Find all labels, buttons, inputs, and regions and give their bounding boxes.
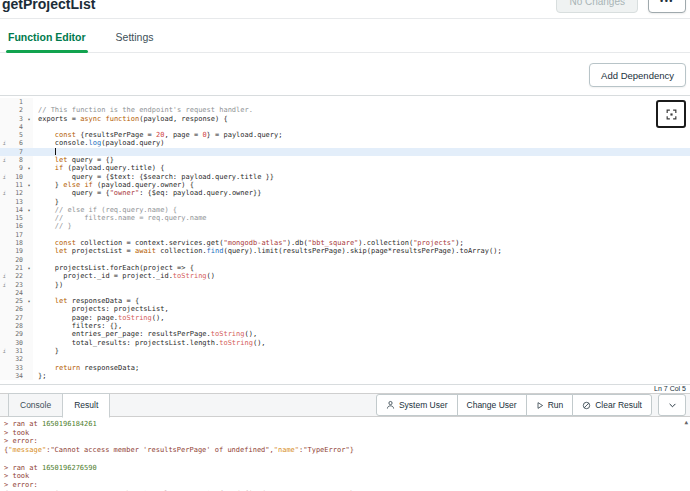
code-line[interactable]: 17 [0,231,690,239]
lint-spacer [0,198,9,206]
code-line[interactable]: 24 [0,289,690,297]
line-number: 14 [9,206,25,214]
code-line[interactable]: 14▾ // else if (req.query.name) { [0,206,690,214]
fold-spacer [25,339,33,347]
code-editor[interactable]: 12// This function is the endpoint's req… [0,95,690,385]
code-line[interactable]: 34}; [0,372,690,380]
lint-spacer [0,106,9,114]
code-line[interactable]: i10 query = {$text: {$search: payload.qu… [0,173,690,181]
tab-settings[interactable]: Settings [116,31,154,52]
code-line[interactable]: 25▾ let responseData = { [0,297,690,305]
code-line[interactable]: 15 // filters.name = req.query.name [0,214,690,222]
fold-triangle-icon[interactable]: ▾ [25,164,33,172]
code-line[interactable]: 2// This function is the endpoint's requ… [0,106,690,114]
code-lines: 12// This function is the endpoint's req… [0,98,690,380]
editor-gutter: 32 [0,355,33,363]
lint-spacer [0,247,9,255]
change-user-button[interactable]: Change User [457,394,527,416]
line-number: 2 [9,106,25,114]
person-icon [386,400,395,410]
fold-spacer [25,214,33,222]
code-text: project._id = project._id.toString() [33,272,215,280]
code-text: } else if (payload.query.owner) { [33,181,194,189]
code-line[interactable]: 16 // } [0,222,690,230]
fold-triangle-icon[interactable]: ▾ [25,181,33,189]
code-line[interactable]: 30 total_results: projectsList.length.to… [0,339,690,347]
lint-info-icon: i [0,189,9,197]
line-number: 1 [9,98,25,106]
code-line[interactable]: 9▾ if (payload.query.title) { [0,164,690,172]
line-number: 27 [9,314,25,322]
code-line[interactable]: i31 } [0,347,690,355]
code-line[interactable]: 4 [0,123,690,131]
page-header: getProjectList No Changes ••• [0,0,690,19]
fold-spacer [25,131,33,139]
code-line[interactable]: 7 [0,148,690,156]
system-user-button[interactable]: System User [376,394,458,416]
code-line[interactable]: i12 query = {"owner": {$eq: payload.quer… [0,189,690,197]
console-line: > error: [4,481,686,490]
code-line[interactable]: 29 entries_per_page: resultsPerPage.toSt… [0,330,690,338]
line-number: 34 [9,372,25,380]
expand-editor-button[interactable] [656,100,686,128]
lint-spacer [0,330,9,338]
collapse-panel-button[interactable] [658,394,686,416]
editor-gutter: 24 [0,289,33,297]
code-line[interactable]: 11▾ } else if (payload.query.owner) { [0,181,690,189]
console-output: ▲ > ran at 1650196184261> took > error:{… [0,417,690,491]
code-line[interactable]: i6 console.log(payload.query) [0,139,690,147]
add-dependency-button[interactable]: Add Dependency [589,63,686,87]
lint-spacer [0,98,9,106]
code-line[interactable]: 20 [0,256,690,264]
code-line[interactable]: 3▾exports = async function(payload, resp… [0,115,690,123]
fold-triangle-icon[interactable]: ▾ [25,206,33,214]
code-text: let responseData = { [33,297,139,305]
code-text: return responseData; [33,364,139,372]
code-text: let projectsList = await collection.find… [33,247,502,255]
console-scroll-up-arrow[interactable]: ▲ [684,418,688,427]
editor-gutter: 21▾ [0,264,33,272]
console-line: > ran at 1650196184261 [4,420,686,429]
editor-gutter: i6 [0,139,33,147]
editor-gutter: 2 [0,106,33,114]
console-tab-result[interactable]: Result [62,393,110,418]
code-line[interactable]: 33 return responseData; [0,364,690,372]
fold-spacer [25,222,33,230]
code-line[interactable]: 28 filters: {}, [0,322,690,330]
fold-triangle-icon[interactable]: ▾ [25,264,33,272]
fold-spacer [25,372,33,380]
code-line[interactable]: i23 }) [0,281,690,289]
fold-triangle-icon[interactable]: ▾ [25,115,33,123]
code-text [33,148,56,156]
editor-gutter: 5 [0,131,33,139]
code-text: projectsList.forEach(project => { [33,264,194,272]
code-line[interactable]: i22 project._id = project._id.toString() [0,272,690,280]
line-number: 17 [9,231,25,239]
run-button[interactable]: Run [526,394,574,416]
code-line[interactable]: 21▾ projectsList.forEach(project => { [0,264,690,272]
code-line[interactable]: 19 let projectsList = await collection.f… [0,247,690,255]
code-line[interactable]: 26 projects: projectsList, [0,305,690,313]
tab-function-editor[interactable]: Function Editor [8,31,86,52]
code-line[interactable]: 27 page: page.toString(), [0,314,690,322]
editor-gutter: 18 [0,239,33,247]
code-line[interactable]: 5 const {resultsPerPage = 20, page = 0} … [0,131,690,139]
fold-spacer [25,173,33,181]
console-tab-console[interactable]: Console [8,393,63,417]
no-changes-button[interactable]: No Changes [556,0,638,13]
code-line[interactable]: 18 const collection = context.services.g… [0,239,690,247]
more-menu-button[interactable]: ••• [648,0,686,13]
code-line[interactable]: 1 [0,98,690,106]
code-line[interactable]: 32 [0,355,690,363]
code-text: }) [33,281,63,289]
line-number: 6 [9,139,25,147]
fold-spacer [25,347,33,355]
fold-triangle-icon[interactable]: ▾ [25,297,33,305]
tab-bar: Function Editor Settings [0,19,690,53]
code-line[interactable]: 13 } [0,198,690,206]
code-line[interactable]: i8 let query = {} [0,156,690,164]
dependency-row: Add Dependency [0,53,690,95]
lint-info-icon: i [0,173,9,181]
editor-gutter: 15 [0,214,33,222]
clear-result-button[interactable]: Clear Result [572,394,652,416]
